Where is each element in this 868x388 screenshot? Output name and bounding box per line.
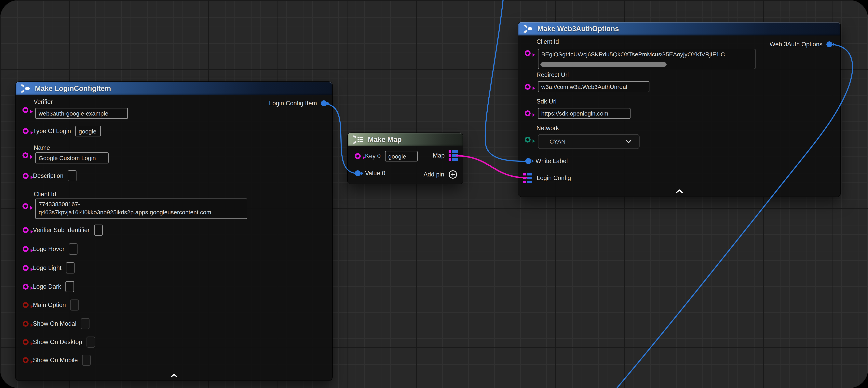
add-pin-row: Add pin	[424, 169, 458, 180]
pin-client-id[interactable]	[525, 50, 531, 56]
field-label-key-0: Key 0	[365, 153, 380, 160]
field-label-redirect-url: Redirect Url	[536, 71, 569, 79]
show-on-mobile-checkbox[interactable]	[82, 355, 91, 366]
key-0-input-text: google	[388, 153, 406, 160]
pin-main-option[interactable]	[23, 302, 29, 308]
field-label-white-label: White Label	[535, 157, 568, 165]
pin-label: Web 3Auth Options	[770, 41, 823, 48]
type-of-login-input[interactable]: google	[75, 126, 101, 137]
pin-key-0[interactable]	[355, 153, 361, 159]
pin-row-type-of-login: Type Of Login google	[16, 126, 101, 137]
type-of-login-input-text: google	[79, 128, 96, 135]
pin-row-logo-light: Logo Light	[16, 262, 74, 273]
node-header-make-map[interactable]: Make Map	[348, 133, 463, 146]
pin-label: Map	[433, 152, 445, 159]
field-label-client-id: Client Id	[34, 191, 56, 198]
pin-value-0[interactable]	[355, 170, 361, 176]
pin-redirect-url[interactable]	[525, 84, 531, 90]
pin-sdk-url[interactable]	[525, 111, 531, 116]
pin-white-label[interactable]	[525, 158, 531, 164]
client-id-scrollbar[interactable]	[540, 62, 666, 67]
show-on-modal-checkbox[interactable]	[81, 318, 90, 329]
logo-dark-input[interactable]	[65, 281, 74, 292]
verifier-input[interactable]: web3auth-google-example	[35, 108, 128, 119]
pin-row-white-label: White Label	[518, 155, 568, 167]
pin-show-on-modal[interactable]	[23, 321, 29, 327]
field-label-logo-dark: Logo Dark	[33, 283, 61, 290]
main-option-checkbox[interactable]	[70, 299, 79, 310]
wire-map-to-login-config[interactable]	[456, 156, 527, 178]
pin-row-show-on-modal: Show On Modal	[16, 318, 90, 329]
node-title: Make Map	[368, 136, 402, 144]
logo-light-input[interactable]	[66, 262, 74, 273]
name-input[interactable]: Google Custom Login	[35, 152, 108, 163]
pin-label: Login Config Item	[269, 100, 317, 107]
redirect-url-input[interactable]: w3a://com.w3a.Web3AuthUnreal	[538, 81, 649, 92]
make-struct-icon	[21, 84, 31, 93]
pin-client-id[interactable]	[23, 203, 28, 209]
pin-login-config[interactable]	[523, 173, 532, 183]
node-make-map[interactable]: Make Map Key 0 google Map Value 0 Add pi…	[348, 133, 463, 184]
pin-show-on-mobile[interactable]	[23, 357, 29, 363]
pin-network[interactable]	[525, 137, 531, 143]
field-label-description: Description	[33, 172, 63, 179]
pin-web3auth-options-output[interactable]	[827, 41, 832, 47]
node-title: Make Web3AuthOptions	[537, 25, 619, 33]
name-input-text: Google Custom Login	[39, 155, 96, 161]
field-label-login-config: Login Config	[537, 175, 571, 182]
field-label-client-id: Client Id	[536, 38, 559, 46]
show-on-desktop-checkbox[interactable]	[87, 336, 95, 348]
pin-logo-hover[interactable]	[23, 246, 29, 252]
add-pin-label[interactable]: Add pin	[424, 171, 444, 178]
pin-logo-dark[interactable]	[23, 284, 29, 290]
collapse-chevron-icon[interactable]	[675, 189, 684, 193]
node-header-make-web3auth-options[interactable]: Make Web3AuthOptions	[518, 22, 840, 35]
field-label-verifier: Verifier	[34, 98, 53, 106]
network-dropdown[interactable]: CYAN	[538, 134, 640, 149]
pin-show-on-desktop[interactable]	[23, 339, 29, 345]
pin-map-output[interactable]	[448, 150, 458, 161]
node-make-web3auth-options[interactable]: Make Web3AuthOptions Web 3Auth Options C…	[518, 22, 840, 197]
pin-row-show-on-mobile: Show On Mobile	[16, 355, 91, 366]
pin-row-key-0: Key 0 google	[348, 151, 417, 162]
node-make-login-config-item[interactable]: Make LoginConfigItem Login Config Item V…	[16, 82, 332, 381]
pin-row-value-0: Value 0	[348, 168, 385, 179]
field-label-show-on-modal: Show On Modal	[33, 320, 76, 327]
client-id-input[interactable]: BEglQSgt4cUWcj6SKRdu5QkOXTsePmMcusG5EAoy…	[538, 49, 755, 69]
node-title: Make LoginConfigItem	[35, 84, 111, 93]
description-input[interactable]	[68, 170, 76, 181]
sdk-url-input[interactable]: https://sdk.openlogin.com	[538, 108, 630, 119]
pin-row-show-on-desktop: Show On Desktop	[16, 336, 95, 348]
redirect-url-input-text: w3a://com.w3a.Web3AuthUnreal	[541, 84, 627, 90]
pin-row-logo-hover: Logo Hover	[16, 243, 78, 255]
logo-hover-input[interactable]	[69, 243, 78, 255]
client-id-line1: 774338308167-	[39, 200, 244, 208]
field-label-name: Name	[34, 144, 50, 151]
pin-name[interactable]	[23, 152, 28, 158]
collapse-chevron-icon[interactable]	[170, 374, 178, 378]
add-pin-icon[interactable]	[448, 170, 458, 179]
field-label-logo-hover: Logo Hover	[33, 245, 64, 252]
verifier-sub-identifier-input[interactable]	[94, 225, 103, 236]
pin-description[interactable]	[23, 173, 29, 179]
node-header-make-login-config-item[interactable]: Make LoginConfigItem	[16, 82, 332, 95]
network-dropdown-value: CYAN	[550, 138, 565, 145]
sdk-url-input-text: https://sdk.openlogin.com	[541, 110, 608, 117]
field-label-sdk-url: Sdk Url	[536, 98, 557, 105]
field-label-type-of-login: Type Of Login	[33, 127, 71, 135]
field-label-verifier-sub-identifier: Verifier Sub Identifier	[33, 227, 90, 234]
blueprint-editor-viewport: Make LoginConfigItem Login Config Item V…	[0, 0, 868, 388]
pin-type-of-login[interactable]	[23, 128, 29, 134]
pin-row-logo-dark: Logo Dark	[16, 281, 74, 292]
pin-verifier-sub-identifier[interactable]	[23, 227, 29, 233]
pin-verifier[interactable]	[23, 107, 28, 113]
key-0-input[interactable]: google	[385, 151, 417, 161]
field-label-value-0: Value 0	[365, 170, 385, 177]
client-id-input-text: BEglQSgt4cUWcj6SKRdu5QkOXTsePmMcusG5EAoy…	[541, 51, 725, 58]
client-id-input[interactable]: 774338308167- q463s7kpvja16l4l0kko3nb925…	[35, 199, 247, 219]
blueprint-graph-canvas[interactable]: Make LoginConfigItem Login Config Item V…	[0, 0, 868, 388]
field-label-main-option: Main Option	[33, 301, 66, 308]
pin-login-config-item-output[interactable]	[321, 100, 327, 106]
pin-row-description: Description	[16, 170, 76, 181]
pin-logo-light[interactable]	[23, 265, 29, 271]
